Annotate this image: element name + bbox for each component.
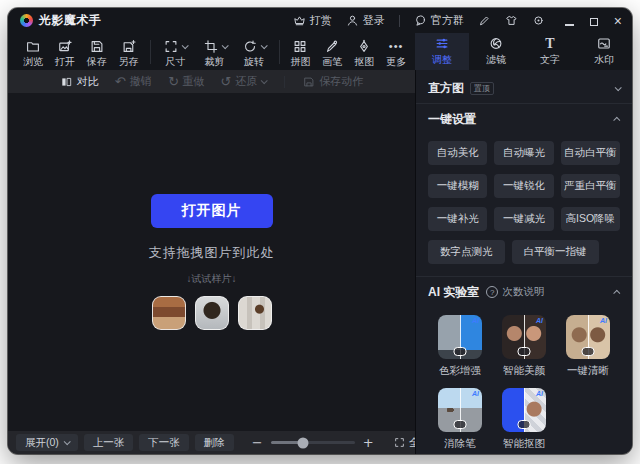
skin-button[interactable]: [505, 14, 518, 27]
official-group-button[interactable]: 官方群: [414, 13, 464, 28]
save-button[interactable]: 保存: [82, 37, 112, 67]
next-image-button[interactable]: 下一张: [139, 434, 189, 451]
brush-icon: [324, 39, 340, 54]
delete-image-button[interactable]: 删除: [195, 434, 234, 451]
expand-dropdown[interactable]: 展开(0): [16, 434, 78, 451]
chevron-up-icon[interactable]: [613, 116, 620, 123]
pin-badge[interactable]: 置顶: [470, 82, 494, 95]
restore-button[interactable]: ↺ 还原: [220, 74, 266, 89]
save-as-button[interactable]: 另存: [114, 37, 144, 67]
image-plus-icon: [57, 39, 73, 54]
sample-image-desk[interactable]: [238, 296, 272, 330]
fill-light-button[interactable]: 一键补光: [428, 207, 487, 231]
question-circle-icon[interactable]: ?: [486, 286, 498, 298]
reduce-light-button[interactable]: 一键减光: [494, 207, 553, 231]
ai-badge: AI: [600, 317, 607, 324]
settings-button[interactable]: [532, 14, 545, 27]
text-T-icon: T: [545, 36, 554, 51]
gear-icon: [532, 14, 545, 27]
browse-button[interactable]: 浏览: [18, 37, 48, 67]
chevron-down-icon[interactable]: [182, 42, 189, 49]
one-click-blur-button[interactable]: 一键模糊: [428, 174, 487, 198]
compare-icon: [60, 76, 73, 88]
one-click-buttons: 自动美化 自动曝光 自动白平衡 一键模糊 一键锐化 严重白平衡 一键补光 一键减…: [428, 141, 620, 231]
maximize-button[interactable]: [590, 12, 598, 30]
histogram-section-header[interactable]: 直方图 置顶: [416, 73, 632, 103]
ai-one-click-clarity[interactable]: AI 一键清晰: [556, 315, 620, 378]
secondary-toolbar: 对比 ↶ 撤销 ↺ 重做 ↺ 还原 保存动作: [8, 70, 415, 93]
save-action-icon: [303, 76, 315, 88]
open-button[interactable]: 打开: [50, 37, 80, 67]
chevron-down-icon: [64, 438, 71, 445]
pencil-icon: [478, 14, 491, 27]
open-image-button[interactable]: 打开图片: [151, 194, 273, 228]
chevron-up-icon[interactable]: [613, 289, 620, 296]
feedback-button[interactable]: [478, 14, 491, 27]
toolbar: 浏览 打开 保存 另存 尺寸 裁剪: [8, 33, 632, 70]
toolbar-divider: [279, 40, 280, 64]
one-click-sharpen-button[interactable]: 一键锐化: [494, 174, 553, 198]
zoom-in-button[interactable]: +: [363, 435, 374, 450]
ai-eraser-pen[interactable]: AI 消除笔: [428, 388, 492, 451]
bottom-bar: 展开(0) 上一张 下一张 删除 − + 全屏: [8, 431, 415, 454]
image-canvas[interactable]: 打开图片 支持拖拽图片到此处 ↓试试样片↓: [8, 93, 415, 431]
ai-smart-beauty[interactable]: AI 智能美颜: [492, 315, 556, 378]
zoom-slider-handle[interactable]: [297, 437, 308, 448]
tab-adjust[interactable]: 调整: [415, 33, 469, 70]
zoom-slider[interactable]: [271, 441, 355, 444]
ai-badge: AI: [536, 390, 543, 397]
collage-grid-icon: [292, 39, 308, 54]
undo-icon: ↶: [115, 75, 126, 88]
brush-button[interactable]: 画笔: [317, 37, 347, 67]
white-balance-one-key-button[interactable]: 白平衡一指键: [512, 240, 599, 264]
app-window: 光影魔术手 打赏 登录 官方群: [8, 8, 632, 454]
high-iso-denoise-button[interactable]: 高ISO降噪: [561, 207, 620, 231]
reward-button[interactable]: 打赏: [293, 13, 332, 28]
sample-image-canyon[interactable]: [152, 296, 186, 330]
panel-tabs: 调整 滤镜 T 文字 水印: [415, 33, 632, 70]
pen-nib-icon: [356, 39, 372, 54]
ai-lab-section-header[interactable]: AI 实验室 ? 次数说明: [416, 277, 632, 307]
titlebar: 光影魔术手 打赏 登录 官方群: [8, 8, 632, 33]
chevron-down-icon[interactable]: [261, 42, 268, 49]
chevron-down-icon[interactable]: [221, 42, 228, 49]
resize-button[interactable]: 尺寸: [157, 37, 194, 67]
ai-color-enhance[interactable]: AI 色彩增强: [428, 315, 492, 378]
zoom-out-button[interactable]: −: [252, 435, 263, 450]
auto-beautify-button[interactable]: 自动美化: [428, 141, 487, 165]
close-button[interactable]: ×: [614, 14, 622, 28]
prev-image-button[interactable]: 上一张: [84, 434, 134, 451]
save-icon: [89, 39, 105, 54]
cutout-button[interactable]: 抠图: [349, 37, 379, 67]
compare-button[interactable]: 对比: [60, 74, 99, 89]
save-action-button[interactable]: 保存动作: [303, 74, 363, 89]
fullscreen-icon: [394, 437, 405, 448]
ai-smart-cutout[interactable]: AI 智能抠图: [492, 388, 556, 451]
collage-button[interactable]: 拼图: [286, 37, 316, 67]
rotate-button[interactable]: 旋转: [235, 37, 272, 67]
ai-eraser-pen-thumb: AI: [438, 388, 482, 432]
sample-image-portrait[interactable]: [195, 296, 229, 330]
login-button[interactable]: 登录: [346, 13, 385, 28]
one-click-buttons-row2: 数字点测光 白平衡一指键: [428, 240, 620, 264]
minimize-button[interactable]: [565, 12, 574, 30]
auto-exposure-button[interactable]: 自动曝光: [494, 141, 553, 165]
watermark-icon: [596, 36, 612, 51]
severe-white-balance-button[interactable]: 严重白平衡: [561, 174, 620, 198]
usage-count-help[interactable]: 次数说明: [502, 285, 544, 299]
auto-white-balance-button[interactable]: 自动白平衡: [561, 141, 620, 165]
tab-watermark[interactable]: 水印: [577, 33, 631, 70]
one-click-section-header[interactable]: 一键设置: [416, 104, 632, 134]
ai-smart-beauty-thumb: AI: [502, 315, 546, 359]
tab-filter[interactable]: 滤镜: [469, 33, 523, 70]
spot-metering-button[interactable]: 数字点测光: [428, 240, 505, 264]
undo-button[interactable]: ↶ 撤销: [115, 74, 152, 89]
maximize-icon: [590, 18, 598, 26]
crop-button[interactable]: 裁剪: [196, 37, 233, 67]
chevron-down-icon[interactable]: [615, 84, 622, 91]
more-button[interactable]: ••• 更多: [381, 37, 411, 67]
redo-button[interactable]: ↺ 重做: [168, 74, 205, 89]
secondary-divider: [284, 76, 285, 88]
save-as-icon: [121, 39, 137, 54]
tab-text[interactable]: T 文字: [523, 33, 577, 70]
